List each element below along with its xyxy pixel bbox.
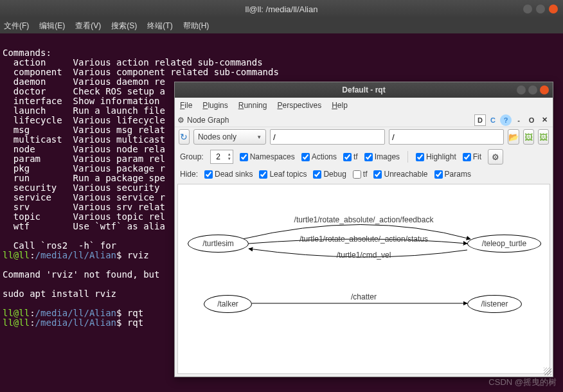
- graph-edges: [178, 184, 550, 373]
- tf-checkbox[interactable]: tf: [343, 152, 358, 161]
- terminal-title: ll@ll: /media/ll/Alian: [246, 4, 318, 14]
- settings-icon[interactable]: ⚙: [488, 149, 503, 165]
- dock-tool-c[interactable]: C: [487, 114, 499, 126]
- dock-close-icon[interactable]: ✕: [539, 114, 550, 126]
- terminal-menubar: 文件(F) 编辑(E) 查看(V) 搜索(S) 终端(T) 帮助(H): [0, 18, 563, 33]
- images-checkbox[interactable]: Images: [364, 152, 400, 161]
- debug-checkbox[interactable]: Debug: [313, 170, 346, 179]
- edge-status: /turtle1/rotate_absolute/_action/status: [178, 235, 550, 244]
- terminal-titlebar: ll@ll: /media/ll/Alian: [0, 0, 563, 18]
- close-icon[interactable]: [540, 85, 549, 94]
- rqt-titlebar[interactable]: Default - rqt: [175, 82, 553, 98]
- node-filter-combo[interactable]: Nodes only ▼: [193, 129, 266, 145]
- menu-edit[interactable]: 编辑(E): [39, 21, 65, 31]
- chevron-down-icon: ▼: [256, 134, 262, 140]
- node-graph-icon: ⚙: [177, 116, 184, 125]
- node-filter-input[interactable]: [389, 129, 504, 145]
- watermark: CSDN @摇曳的树: [488, 377, 557, 388]
- actions-checkbox[interactable]: Actions: [301, 152, 337, 161]
- rqt-options-row1: Group: ▲▼ Namespaces Actions tf Images H…: [175, 147, 553, 167]
- group-spinbox[interactable]: ▲▼: [210, 150, 233, 164]
- hide-label: Hide:: [180, 170, 198, 179]
- params-checkbox[interactable]: Params: [434, 170, 471, 179]
- menu-file[interactable]: File: [180, 101, 192, 110]
- edge-cmd-vel: /turtle1/cmd_vel: [178, 251, 550, 260]
- minimize-icon[interactable]: [517, 85, 526, 94]
- rqt-title: Default - rqt: [342, 85, 385, 94]
- menu-file[interactable]: 文件(F): [4, 21, 29, 31]
- menu-perspectives[interactable]: Perspectives: [277, 101, 321, 110]
- minimize-icon[interactable]: [523, 4, 532, 13]
- help-icon[interactable]: ?: [500, 114, 512, 126]
- menu-view[interactable]: 查看(V): [75, 21, 101, 31]
- maximize-icon[interactable]: [528, 85, 537, 94]
- rqt-toolbar: ↻ Nodes only ▼ 📂 🖼 🖼: [175, 127, 553, 147]
- edge-chatter: /chatter: [178, 292, 550, 301]
- edge-feedback: /turtle1/rotate_absolute/_action/feedbac…: [178, 215, 550, 224]
- group-label: Group:: [180, 152, 204, 161]
- fit-checkbox[interactable]: Fit: [463, 152, 481, 161]
- refresh-button[interactable]: ↻: [179, 129, 190, 145]
- rqt-menubar: File Plugins Running Perspectives Help: [175, 98, 553, 113]
- dead-sinks-checkbox[interactable]: Dead sinks: [204, 170, 253, 179]
- rqt-options-row2: Hide: Dead sinks Leaf topics Debug tf Un…: [175, 167, 553, 181]
- maximize-icon[interactable]: [536, 4, 545, 13]
- open-icon[interactable]: 📂: [508, 129, 519, 145]
- dock-minimize-icon[interactable]: -: [513, 114, 524, 126]
- dock-float-icon[interactable]: O: [526, 114, 537, 126]
- highlight-checkbox[interactable]: Highlight: [416, 152, 456, 161]
- leaf-topics-checkbox[interactable]: Leaf topics: [259, 170, 307, 179]
- menu-running[interactable]: Running: [238, 101, 267, 110]
- close-icon[interactable]: [549, 4, 558, 13]
- resize-grip-icon[interactable]: [544, 368, 551, 375]
- node-graph-canvas[interactable]: /turtlesim /teleop_turtle /talker /liste…: [177, 184, 550, 374]
- save-image-icon[interactable]: 🖼: [523, 129, 534, 145]
- menu-search[interactable]: 搜索(S): [111, 21, 137, 31]
- save-dot-icon[interactable]: 🖼: [538, 129, 549, 145]
- dock-title: Node Graph: [187, 116, 229, 125]
- menu-plugins[interactable]: Plugins: [202, 101, 228, 110]
- unreachable-checkbox[interactable]: Unreachable: [373, 170, 427, 179]
- combo-label: Nodes only: [198, 132, 237, 141]
- dock-tool-d[interactable]: D: [474, 114, 486, 126]
- rqt-window: Default - rqt File Plugins Running Persp…: [174, 82, 553, 377]
- menu-terminal[interactable]: 终端(T): [147, 21, 172, 31]
- menu-help[interactable]: 帮助(H): [183, 21, 210, 31]
- topic-filter-input[interactable]: [270, 129, 385, 145]
- dock-header: ⚙ Node Graph D C ? - O ✕: [175, 113, 553, 127]
- tf-hide-checkbox[interactable]: tf: [353, 170, 368, 179]
- menu-help[interactable]: Help: [332, 101, 348, 110]
- namespaces-checkbox[interactable]: Namespaces: [240, 152, 295, 161]
